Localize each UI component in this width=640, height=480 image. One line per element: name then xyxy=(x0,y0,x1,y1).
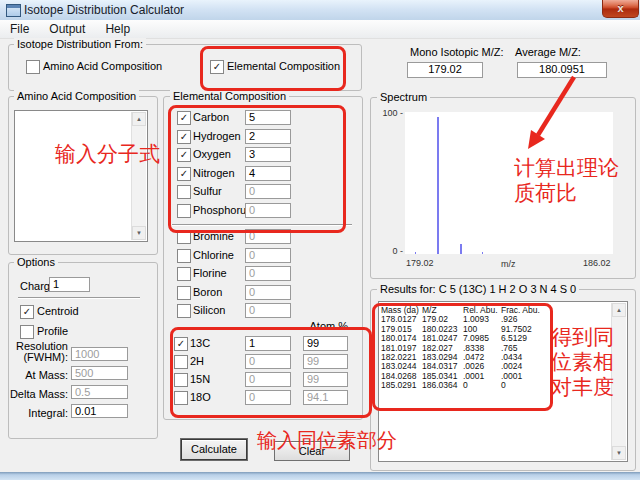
annotation-abundance-line1: 得到同 xyxy=(551,325,614,350)
menu-help[interactable]: Help xyxy=(95,20,140,38)
isotope-label-18o: 18O xyxy=(190,391,211,404)
scroll-down-icon[interactable]: ▼ xyxy=(612,446,626,460)
scroll-down-icon[interactable]: ▼ xyxy=(132,226,146,240)
profile-checkbox[interactable] xyxy=(20,325,34,339)
element-label-hydrogen: Hydrogen xyxy=(193,130,241,143)
element-count-input-phosphorus[interactable]: 0 xyxy=(245,203,291,218)
amino-acid-composition-label: Amino Acid Composition xyxy=(43,60,162,73)
element-checkbox-chlorine[interactable] xyxy=(177,249,191,263)
element-checkbox-bromine[interactable] xyxy=(177,230,191,244)
menu-bar: File Output Help xyxy=(0,20,640,39)
scroll-up-icon[interactable]: ▲ xyxy=(132,112,146,126)
element-count-input-nitrogen[interactable]: 4 xyxy=(245,166,291,181)
integral-label: Integral: xyxy=(6,407,68,420)
profile-label: Profile xyxy=(37,325,68,338)
isotope-atom-pct-input-15n[interactable]: 99 xyxy=(303,372,348,387)
isotope-checkbox-13c[interactable]: ✓ xyxy=(174,337,188,351)
element-checkbox-silicon[interactable] xyxy=(177,304,191,318)
annotation-isotope-input-text: 输入同位素部分 xyxy=(257,428,397,453)
centroid-checkbox[interactable]: ✓ xyxy=(20,305,34,319)
amino-acid-composition-checkbox[interactable] xyxy=(26,60,40,74)
isotope-count-input-13c[interactable]: 1 xyxy=(245,336,291,351)
menu-file[interactable]: File xyxy=(0,20,39,38)
element-count-input-sulfur[interactable]: 0 xyxy=(245,184,291,199)
at-mass-label: At Mass: xyxy=(6,369,68,382)
isotope-count-input-2h[interactable]: 0 xyxy=(245,354,291,369)
element-count-input-bromine[interactable]: 0 xyxy=(245,229,291,244)
average-mz-label: Average M/Z: xyxy=(506,46,590,59)
average-mz-value: 180.0951 xyxy=(517,62,607,78)
isotope-checkbox-15n[interactable] xyxy=(174,373,188,387)
element-label-silicon: Silicon xyxy=(193,304,225,317)
element-count-input-boron[interactable]: 0 xyxy=(245,285,291,300)
element-label-nitrogen: Nitrogen xyxy=(193,167,235,180)
isotope-atom-pct-input-13c[interactable]: 99 xyxy=(303,336,348,351)
element-label-phosphorus: Phosphorus xyxy=(193,204,252,217)
delta-mass-input[interactable]: 0.5 xyxy=(71,385,128,399)
isotope-count-input-18o[interactable]: 0 xyxy=(245,390,291,405)
element-checkbox-boron[interactable] xyxy=(177,286,191,300)
isotope-atom-pct-input-2h[interactable]: 99 xyxy=(303,354,348,369)
delta-mass-label: Delta Mass: xyxy=(6,388,68,401)
scroll-up-icon[interactable]: ▲ xyxy=(612,303,626,317)
annotation-mz-text: 计算出理论 质荷比 xyxy=(514,156,619,206)
results-cell: .0001 xyxy=(463,372,501,381)
annotation-mz-line2: 质荷比 xyxy=(514,181,619,206)
app-icon xyxy=(6,4,21,17)
isotope-label-2h: 2H xyxy=(190,355,204,368)
element-checkbox-phosphorus[interactable] xyxy=(177,204,191,218)
spectrum-peak-mz-179.02 xyxy=(415,252,416,254)
mono-mz-label: Mono Isotopic M/Z: xyxy=(410,46,486,59)
amino-listbox-scrollbar[interactable]: ▲ ▼ xyxy=(131,112,146,240)
results-row[interactable]: 178.0127179.021.0093.926 xyxy=(381,315,607,324)
annotation-formula-text: 输入分子式 xyxy=(55,142,160,167)
resolution-input[interactable]: 1000 xyxy=(71,347,128,361)
elemental-group-label: Elemental Composition xyxy=(170,90,289,102)
x-axis-left-label: 179.02 xyxy=(406,258,434,268)
amino-acid-listbox[interactable]: ▲ ▼ xyxy=(14,110,148,242)
element-checkbox-carbon[interactable]: ✓ xyxy=(177,111,191,125)
element-checkbox-sulfur[interactable] xyxy=(177,185,191,199)
element-count-input-silicon[interactable]: 0 xyxy=(245,303,291,318)
element-count-input-carbon[interactable]: 5 xyxy=(245,110,291,125)
isotope-atom-pct-input-18o[interactable]: 94.1 xyxy=(303,390,348,405)
spectrum-peak-mz-180.0223 xyxy=(437,117,439,254)
element-label-carbon: Carbon xyxy=(193,111,229,124)
options-separator xyxy=(18,297,140,299)
at-mass-input[interactable]: 500 xyxy=(71,366,128,380)
window-title: Isotope Distribution Calculator xyxy=(24,3,184,17)
element-checkbox-oxygen[interactable]: ✓ xyxy=(177,148,191,162)
window-bottom-frame xyxy=(0,472,640,480)
results-group-label: Results for: C 5 (13C) 1 H 2 O 3 N 4 S 0 xyxy=(377,283,579,295)
mono-mz-value: 179.02 xyxy=(407,62,483,78)
elemental-composition-checkbox[interactable]: ✓ xyxy=(210,60,224,74)
menu-output[interactable]: Output xyxy=(39,20,95,38)
isotope-checkbox-18o[interactable] xyxy=(174,391,188,405)
amino-group-label: Amino Acid Composition xyxy=(14,90,139,102)
results-cell: 0 xyxy=(501,381,545,390)
element-checkbox-florine[interactable] xyxy=(177,267,191,281)
results-cell: .0001 xyxy=(501,372,545,381)
isotope-count-input-15n[interactable]: 0 xyxy=(245,372,291,387)
element-count-input-oxygen[interactable]: 3 xyxy=(245,147,291,162)
integral-input[interactable]: 0.01 xyxy=(71,404,128,418)
element-count-input-hydrogen[interactable]: 2 xyxy=(245,129,291,144)
results-cell: 186.0364 xyxy=(422,381,463,390)
element-label-florine: Florine xyxy=(193,267,227,280)
isotope-checkbox-2h[interactable] xyxy=(174,355,188,369)
results-cell: 185.0291 xyxy=(381,381,422,390)
y-axis-min-label: 0 - xyxy=(374,246,403,256)
element-count-input-chlorine[interactable]: 0 xyxy=(245,248,291,263)
element-checkbox-hydrogen[interactable]: ✓ xyxy=(177,130,191,144)
spectrum-group-label: Spectrum xyxy=(377,91,430,103)
annotation-abundance-line2: 位素相 xyxy=(551,350,614,375)
charge-input[interactable]: 1 xyxy=(49,277,90,292)
close-button[interactable]: x xyxy=(602,0,639,18)
element-label-boron: Boron xyxy=(193,286,222,299)
isotope-label-13c: 13C xyxy=(190,337,210,350)
element-checkbox-nitrogen[interactable]: ✓ xyxy=(177,167,191,181)
elemental-composition-label: Elemental Composition xyxy=(227,60,340,73)
isotope-label-15n: 15N xyxy=(190,373,210,386)
calculate-button[interactable]: Calculate xyxy=(181,439,247,460)
element-count-input-florine[interactable]: 0 xyxy=(245,266,291,281)
